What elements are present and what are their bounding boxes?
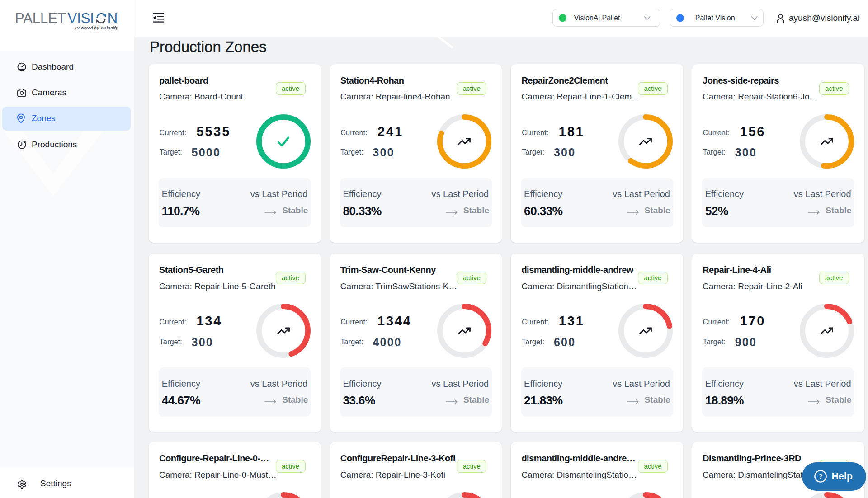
svg-text:?: ?: [818, 473, 822, 480]
